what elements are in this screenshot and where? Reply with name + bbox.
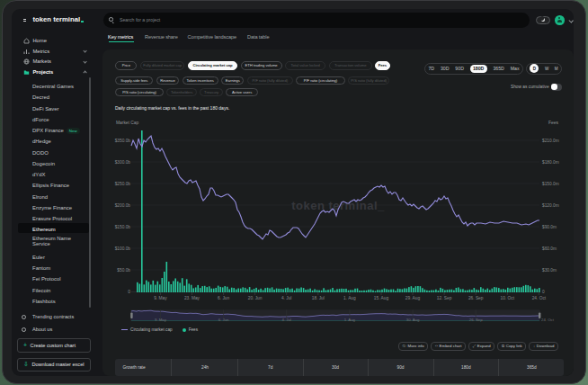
svg-text:20. Jun: 20. Jun — [248, 296, 263, 300]
svg-text:26. Sep: 26. Sep — [468, 296, 484, 300]
svg-text:1. Aug: 1. Aug — [344, 318, 356, 322]
svg-text:30. Aug: 30. Aug — [406, 318, 420, 322]
svg-text:18. Jul: 18. Jul — [312, 296, 325, 300]
svg-text:$120.0m: $120.0m — [542, 203, 559, 208]
svg-text:$250.0b: $250.0b — [115, 182, 131, 186]
svg-text:6. Jun: 6. Jun — [218, 318, 229, 322]
svg-text:$90.0m: $90.0m — [542, 225, 557, 229]
svg-text:$30.0m: $30.0m — [542, 268, 557, 273]
svg-text:1. Aug: 1. Aug — [343, 296, 356, 300]
svg-text:4. Jul: 4. Jul — [281, 296, 291, 300]
svg-text:12. Sep: 12. Sep — [437, 296, 452, 300]
svg-text:$100.0b: $100.0b — [115, 246, 131, 251]
svg-text:$50.0b: $50.0b — [117, 268, 130, 273]
svg-text:$150.0b: $150.0b — [115, 225, 131, 229]
svg-text:$350.0b: $350.0b — [115, 139, 131, 143]
svg-text:$300.0b: $300.0b — [115, 160, 131, 165]
svg-text:6. Jun: 6. Jun — [218, 296, 229, 300]
svg-text:29. Aug: 29. Aug — [405, 296, 421, 300]
svg-text:$180.0m: $180.0m — [542, 160, 559, 165]
svg-text:0: 0 — [542, 290, 545, 294]
svg-text:26. Sep: 26. Sep — [469, 318, 483, 322]
svg-text:24. Oct: 24. Oct — [541, 318, 555, 322]
svg-text:23. May: 23. May — [184, 296, 200, 300]
svg-text:15. Aug: 15. Aug — [374, 296, 389, 300]
svg-text:10. Oct: 10. Oct — [501, 296, 515, 300]
svg-text:$200.0b: $200.0b — [115, 203, 131, 208]
svg-text:$150.0m: $150.0m — [542, 182, 559, 186]
svg-text:9. May: 9. May — [155, 318, 167, 322]
svg-text:$210.0m: $210.0m — [542, 139, 559, 143]
svg-text:9. May: 9. May — [154, 296, 167, 300]
svg-text:$60.0m: $60.0m — [542, 246, 557, 251]
svg-text:24. Oct: 24. Oct — [532, 296, 547, 300]
svg-text:4. Jul: 4. Jul — [282, 318, 291, 322]
svg-text:0: 0 — [128, 290, 130, 294]
